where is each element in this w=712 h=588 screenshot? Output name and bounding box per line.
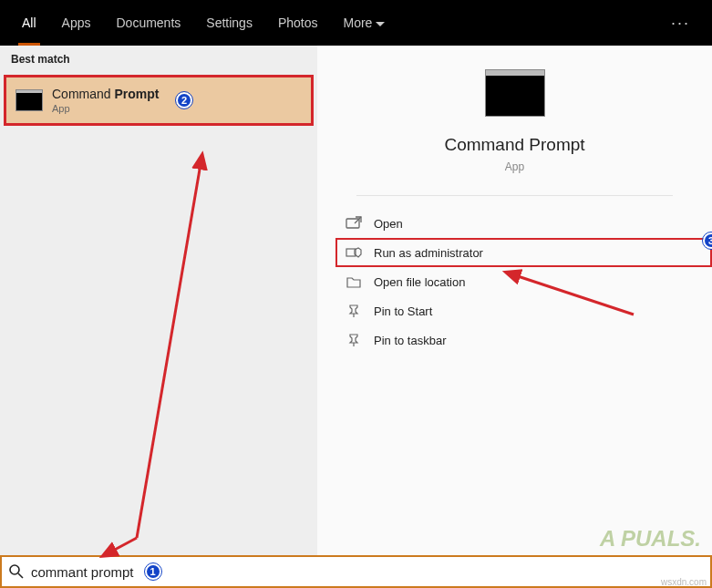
details-actions: Open Run as administrator 3 Open file lo… [317,209,712,355]
admin-shield-icon [346,245,361,260]
annotation-badge-2: 2 [176,92,192,108]
action-open-label: Open [374,217,403,231]
svg-point-2 [10,565,19,574]
search-icon [9,564,24,579]
tab-photos[interactable]: Photos [265,0,331,46]
result-title: Command Prompt [52,87,159,101]
folder-icon [346,274,361,289]
action-pin-to-taskbar[interactable]: Pin to taskbar [335,325,712,355]
chevron-down-icon [376,15,385,30]
more-options-button[interactable]: ··· [658,14,703,33]
divider [356,195,672,196]
action-open[interactable]: Open [335,209,712,238]
action-run-as-administrator[interactable]: Run as administrator 3 [335,238,712,267]
details-subtitle: App [505,160,524,173]
command-prompt-large-icon [485,69,545,117]
pin-start-icon [346,304,361,318]
action-open-file-location[interactable]: Open file location [335,267,712,296]
tab-all[interactable]: All [9,0,49,46]
result-text: Command Prompt App [52,87,159,114]
best-match-label: Best match [0,46,317,73]
tab-documents[interactable]: Documents [103,0,193,46]
annotation-badge-3: 3 [703,232,712,249]
tab-settings[interactable]: Settings [193,0,265,46]
details-panel: Command Prompt App Open Run as administr… [317,46,712,555]
action-pin-to-start[interactable]: Pin to Start [335,296,712,325]
pin-taskbar-icon [346,333,361,347]
results-panel: Best match Command Prompt App 2 [0,46,317,555]
search-input-bar[interactable]: commant prompt 1 [0,555,712,588]
result-subtitle: App [52,103,159,114]
tab-apps[interactable]: Apps [49,0,104,46]
action-pin-start-label: Pin to Start [374,304,432,318]
action-run-admin-label: Run as administrator [374,246,483,260]
search-query-text: commant prompt [31,564,134,580]
search-filter-bar: All Apps Documents Settings Photos More … [0,0,712,46]
open-icon [346,216,361,231]
svg-line-3 [18,573,23,578]
search-content: Best match Command Prompt App 2 Command … [0,46,712,555]
annotation-badge-1: 1 [145,563,161,580]
tab-more[interactable]: More [330,0,397,46]
command-prompt-icon [15,89,43,111]
details-title: Command Prompt [444,135,584,155]
action-pin-taskbar-label: Pin to taskbar [374,334,447,347]
result-command-prompt[interactable]: Command Prompt App 2 [4,75,314,126]
tab-more-label: More [343,15,372,30]
filter-tabs: All Apps Documents Settings Photos More [9,0,658,46]
action-open-loc-label: Open file location [374,275,465,289]
